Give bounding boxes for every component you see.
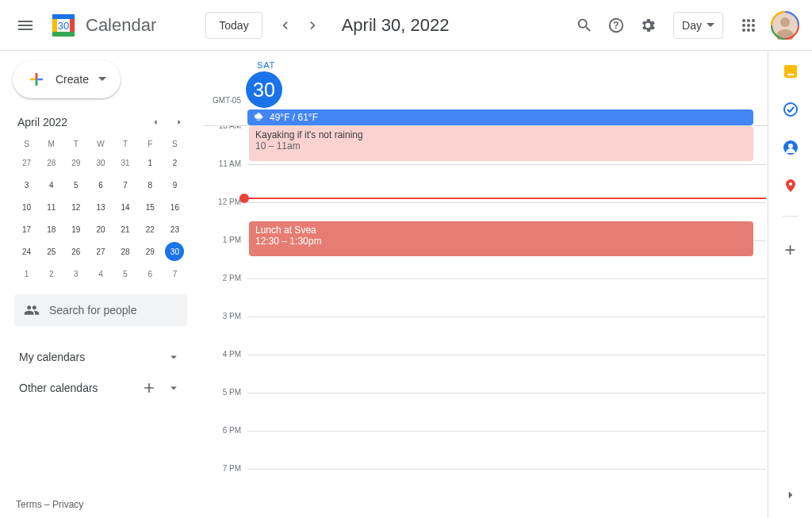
timezone-label: GMT-05: [203, 96, 247, 108]
mini-day[interactable]: 10: [14, 196, 39, 218]
mini-day[interactable]: 16: [163, 196, 187, 218]
mini-day[interactable]: 19: [63, 218, 88, 240]
hour-cell[interactable]: [247, 317, 766, 355]
mini-day[interactable]: 22: [138, 218, 163, 240]
mini-next-month[interactable]: [174, 117, 184, 127]
mini-day[interactable]: 26: [63, 240, 88, 263]
chevron-down-icon: [707, 21, 714, 29]
mini-dow-label: S: [14, 136, 39, 152]
google-apps-button[interactable]: [733, 10, 764, 41]
create-label: Create: [56, 73, 89, 86]
my-calendars-section[interactable]: My calendars: [10, 342, 187, 372]
mini-day[interactable]: 7: [163, 263, 187, 285]
weather-event[interactable]: 49°F / 61°F: [247, 109, 753, 125]
mini-day[interactable]: 28: [113, 240, 138, 263]
mini-day[interactable]: 15: [138, 196, 163, 218]
sidebar: Create April 2022 SMTWTFS 27282930311234…: [0, 51, 203, 518]
footer-links[interactable]: Terms – Privacy: [16, 499, 83, 510]
weather-icon: [254, 112, 265, 123]
event-lunch[interactable]: Lunch at Svea 12:30 – 1:30pm: [249, 221, 753, 256]
mini-day[interactable]: 25: [39, 240, 63, 263]
tasks-icon[interactable]: [783, 102, 799, 117]
today-button[interactable]: Today: [205, 12, 262, 39]
settings-button[interactable]: [632, 10, 664, 41]
mini-day[interactable]: 6: [138, 263, 163, 285]
hour-cell[interactable]: [247, 431, 766, 469]
search-people-input[interactable]: Search for people: [14, 294, 187, 326]
hour-cell[interactable]: [247, 355, 766, 393]
mini-day[interactable]: 29: [138, 240, 163, 263]
support-button[interactable]: ?: [600, 10, 632, 41]
search-button[interactable]: [569, 10, 600, 41]
day-number[interactable]: 30: [246, 71, 282, 108]
mini-day[interactable]: 27: [14, 152, 39, 174]
svg-point-9: [747, 19, 750, 22]
mini-day[interactable]: 5: [113, 263, 138, 285]
contacts-icon[interactable]: [783, 140, 799, 155]
app-logo[interactable]: 30 Calendar: [44, 10, 163, 41]
svg-rect-22: [787, 74, 794, 75]
view-label: Day: [682, 19, 702, 32]
mini-day[interactable]: 21: [113, 218, 138, 240]
view-switcher[interactable]: Day: [673, 12, 723, 39]
hour-label: 10 AM: [203, 126, 247, 164]
mini-day[interactable]: 3: [14, 174, 39, 196]
hour-cell[interactable]: [247, 278, 766, 317]
next-day-button[interactable]: [301, 13, 326, 38]
side-panel: +: [768, 51, 812, 518]
mini-dow-label: T: [113, 136, 138, 152]
mini-day[interactable]: 23: [163, 218, 187, 240]
mini-day[interactable]: 13: [88, 196, 113, 218]
hour-label: 2 PM: [203, 274, 247, 317]
hour-label: 7 PM: [203, 464, 247, 507]
mini-day[interactable]: 11: [39, 196, 63, 218]
main-menu-button[interactable]: [6, 6, 44, 44]
get-addons-button[interactable]: +: [784, 239, 795, 261]
event-kayaking[interactable]: Kayaking if it's not raining 10 – 11am: [249, 126, 753, 161]
mini-day[interactable]: 24: [14, 240, 39, 263]
mini-day[interactable]: 2: [163, 152, 187, 174]
mini-day[interactable]: 30: [88, 152, 113, 174]
mini-day[interactable]: 27: [88, 240, 113, 263]
mini-day[interactable]: 6: [88, 174, 113, 196]
mini-day[interactable]: 29: [63, 152, 88, 174]
svg-rect-21: [784, 65, 797, 78]
hour-cell[interactable]: [247, 164, 766, 202]
mini-day[interactable]: 3: [63, 263, 88, 285]
chevron-down-icon: [167, 350, 181, 364]
mini-dow-label: S: [163, 136, 187, 152]
mini-day[interactable]: 14: [113, 196, 138, 218]
other-calendars-section[interactable]: Other calendars: [10, 372, 187, 404]
mini-day[interactable]: 7: [113, 174, 138, 196]
previous-day-button[interactable]: [272, 13, 297, 38]
mini-day[interactable]: 12: [63, 196, 88, 218]
mini-day[interactable]: 1: [14, 263, 39, 285]
user-avatar[interactable]: [771, 11, 799, 40]
maps-icon[interactable]: [783, 178, 799, 194]
hour-label: 4 PM: [203, 350, 247, 393]
create-button[interactable]: Create: [13, 60, 121, 98]
chevron-down-icon: [98, 75, 106, 83]
keep-icon[interactable]: [783, 63, 799, 79]
mini-day[interactable]: 8: [138, 174, 163, 196]
mini-day[interactable]: 5: [63, 174, 88, 196]
mini-day[interactable]: 2: [39, 263, 63, 285]
hour-cell[interactable]: [247, 393, 766, 431]
mini-day[interactable]: 4: [88, 263, 113, 285]
mini-day[interactable]: 30: [163, 240, 187, 263]
mini-day[interactable]: 31: [113, 152, 138, 174]
mini-day[interactable]: 17: [14, 218, 39, 240]
hide-panel-button[interactable]: [783, 488, 798, 502]
svg-point-10: [752, 19, 755, 22]
mini-day[interactable]: 4: [39, 174, 63, 196]
mini-day[interactable]: 1: [138, 152, 163, 174]
mini-day[interactable]: 18: [39, 218, 63, 240]
add-calendar-button[interactable]: [141, 380, 157, 396]
mini-day[interactable]: 28: [39, 152, 63, 174]
mini-day[interactable]: 20: [88, 218, 113, 240]
svg-rect-2: [52, 32, 75, 36]
svg-rect-3: [52, 19, 57, 32]
hour-cell[interactable]: [247, 469, 766, 507]
mini-day[interactable]: 9: [163, 174, 187, 196]
mini-prev-month[interactable]: [151, 117, 160, 127]
